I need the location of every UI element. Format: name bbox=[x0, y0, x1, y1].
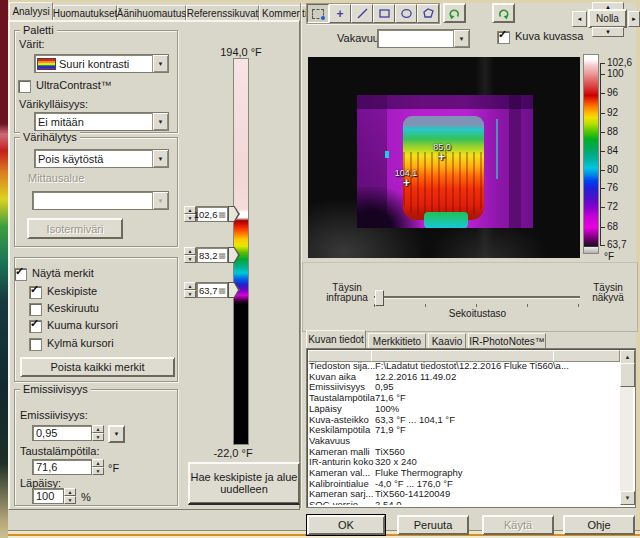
grid-icon: ▦ bbox=[218, 251, 226, 260]
info-scrollbar[interactable]: ▲ ▼ bbox=[620, 350, 633, 505]
checkbox-box[interactable]: ✓ bbox=[14, 268, 27, 281]
blend-slider-track[interactable] bbox=[374, 296, 580, 298]
thermal-image[interactable]: 85,0 + 104,1 + bbox=[308, 57, 580, 258]
spinner-down-icon[interactable]: ▼ bbox=[92, 467, 104, 475]
tab-referenssikuvat[interactable]: Referenssikuvat bbox=[186, 5, 259, 20]
centerbox-checkbox[interactable]: Keskiruutu bbox=[29, 303, 99, 316]
saturation-label: Värikylläisyys: bbox=[19, 98, 88, 110]
scrollbar-thumb[interactable] bbox=[620, 363, 635, 387]
ok-button[interactable]: OK bbox=[307, 515, 385, 535]
dropdown-arrow-icon[interactable]: ▼ bbox=[152, 55, 168, 72]
checkbox-box[interactable]: ✓ bbox=[29, 286, 42, 299]
colors-label: Värit: bbox=[19, 38, 45, 50]
spinner-down-icon[interactable]: ▼ bbox=[64, 496, 76, 504]
dropdown-arrow-icon[interactable]: ▼ bbox=[152, 150, 168, 167]
tab-huomautukset[interactable]: Huomautukset bbox=[53, 5, 117, 20]
saturation-select[interactable]: Ei mitään ▼ bbox=[34, 112, 169, 131]
scale-marker-mid[interactable]: ▲▼ 83,2▦ bbox=[184, 247, 240, 263]
ultracontrast-checkbox[interactable]: UltraContrast™ bbox=[18, 80, 112, 93]
background-temp-label: Taustalämpötila: bbox=[20, 445, 100, 457]
tab-ir-photonotes[interactable]: IR-PhotoNotes™ bbox=[468, 333, 546, 348]
selection-tool-button[interactable] bbox=[307, 4, 329, 23]
center-point-cross-icon[interactable]: + bbox=[438, 153, 445, 162]
scale-marker-low[interactable]: ▲▼ 63,7▦ bbox=[184, 282, 240, 298]
scroll-down-button[interactable]: ▼ bbox=[620, 491, 635, 505]
cancel-button[interactable]: Peruuta bbox=[397, 515, 469, 535]
info-row: Vakavuus bbox=[309, 436, 617, 447]
emissivity-stepper[interactable]: 0,95 ▲▼ bbox=[32, 425, 104, 441]
zero-button[interactable]: Nolla bbox=[588, 9, 627, 28]
checkbox-box[interactable] bbox=[29, 303, 42, 316]
blend-slider-thumb[interactable] bbox=[375, 290, 384, 306]
spinner-up-icon[interactable]: ▲ bbox=[92, 459, 104, 467]
tab-analyysi[interactable]: Analyysi bbox=[9, 2, 53, 20]
info-row: Taustalämpötila71,6 °F bbox=[309, 393, 617, 404]
grid-icon: ▦ bbox=[218, 210, 226, 219]
palette-select[interactable]: Suuri kontrasti ▼ bbox=[34, 54, 169, 73]
transmission-stepper[interactable]: 100 ▲▼ bbox=[32, 488, 76, 504]
hot-cursor-checkbox[interactable]: ✓ Kuuma kursori bbox=[29, 320, 118, 333]
picture-in-picture-checkbox[interactable]: ✓ Kuva kuvassa bbox=[497, 31, 583, 44]
hot-cursor-cross-icon[interactable]: + bbox=[403, 179, 410, 188]
rotate-left-icon bbox=[448, 7, 461, 20]
scale-pointer-icon[interactable] bbox=[228, 282, 240, 298]
arrow-left-icon: ◄ bbox=[577, 16, 583, 22]
tab-kommentit[interactable]: Kommentit bbox=[259, 5, 313, 20]
centerpoint-checkbox[interactable]: ✓ Keskipiste bbox=[29, 286, 97, 299]
scroll-up-button[interactable]: ▲ bbox=[620, 350, 635, 364]
spinner-up-icon[interactable]: ▲ bbox=[92, 425, 104, 433]
arrow-right-icon: ► bbox=[631, 16, 637, 22]
ellipse-tool-button[interactable] bbox=[395, 4, 417, 23]
dropdown-arrow-icon[interactable]: ▼ bbox=[152, 113, 168, 130]
rotate-right-icon bbox=[497, 7, 510, 20]
cold-cursor-checkbox[interactable]: Kylmä kursori bbox=[29, 338, 114, 351]
spinner-down-icon[interactable]: ▼ bbox=[184, 255, 196, 263]
measurement-range-select: ▼ bbox=[32, 191, 169, 210]
background-temp-unit: °F bbox=[108, 462, 119, 474]
blend-center-label: Sekoitustaso bbox=[420, 308, 535, 319]
arrow-up-icon: ▲ bbox=[625, 354, 631, 360]
color-alarm-select[interactable]: Pois käytöstä ▼ bbox=[34, 149, 169, 168]
pan-down-button[interactable]: ▼ bbox=[592, 27, 624, 37]
tab-merkkitieto[interactable]: Merkkitieto bbox=[368, 333, 426, 348]
crosshair-tool-icon: + bbox=[336, 9, 343, 19]
polygon-tool-button[interactable] bbox=[417, 4, 439, 23]
grid-icon: ▦ bbox=[218, 286, 226, 295]
show-markers-checkbox[interactable]: ✓ Näytä merkit bbox=[12, 268, 96, 281]
pan-right-button[interactable]: ► bbox=[628, 11, 640, 27]
rotate-right-button[interactable] bbox=[492, 3, 515, 23]
rectangle-tool-button[interactable] bbox=[373, 4, 395, 23]
recenter-scale-button[interactable]: Hae keskipiste ja alue uudelleen bbox=[188, 462, 300, 505]
rotate-left-button[interactable] bbox=[443, 3, 466, 23]
spinner-up-icon[interactable]: ▲ bbox=[64, 488, 76, 496]
spinner-up-icon[interactable]: ▲ bbox=[184, 247, 196, 255]
checkbox-box[interactable]: ✓ bbox=[29, 320, 42, 333]
selection-tool-icon bbox=[312, 9, 324, 19]
scale-marker-high[interactable]: ▲▼ 102,6▦ bbox=[184, 206, 240, 222]
line-tool-button[interactable] bbox=[351, 4, 373, 23]
checkbox-box[interactable]: ✓ bbox=[497, 31, 510, 44]
tab-kaavio[interactable]: Kaavio bbox=[428, 333, 466, 348]
spinner-down-icon[interactable]: ▼ bbox=[184, 290, 196, 298]
clear-all-markers-button[interactable]: Poista kaikki merkit bbox=[20, 357, 175, 377]
background-temp-stepper[interactable]: 71,6 ▲▼ bbox=[32, 459, 104, 475]
scale-pointer-icon[interactable] bbox=[228, 247, 240, 263]
help-button[interactable]: Ohje bbox=[563, 515, 635, 535]
info-row: Tiedoston sija...F:\Ladatut tiedostot\12… bbox=[309, 361, 617, 372]
checkbox-box[interactable] bbox=[29, 338, 42, 351]
pan-left-button[interactable]: ◄ bbox=[572, 11, 587, 27]
info-row: SOC-versio2.54.0 bbox=[309, 500, 617, 505]
spinner-down-icon[interactable]: ▼ bbox=[92, 433, 104, 441]
emissivity-dropdown-button[interactable]: ▼ bbox=[108, 425, 125, 443]
dropdown-arrow-icon[interactable]: ▼ bbox=[453, 30, 469, 47]
emissivity-group-label: Emissiivisyys bbox=[20, 383, 91, 395]
tab-kuvan-tiedot[interactable]: Kuvan tiedot bbox=[306, 330, 366, 348]
checkbox-box[interactable] bbox=[18, 80, 31, 93]
severity-select[interactable]: ▼ bbox=[377, 29, 470, 48]
spinner-up-icon[interactable]: ▲ bbox=[184, 282, 196, 290]
thermal-speck bbox=[385, 151, 389, 158]
point-marker-tool-button[interactable]: + bbox=[329, 4, 351, 23]
tab-aanihuomautus[interactable]: Äänihuomautus bbox=[117, 5, 186, 20]
scale-pointer-icon[interactable] bbox=[228, 206, 240, 222]
thermal-analysis-dialog: Analyysi Huomautukset Äänihuomautus Refe… bbox=[0, 0, 640, 538]
